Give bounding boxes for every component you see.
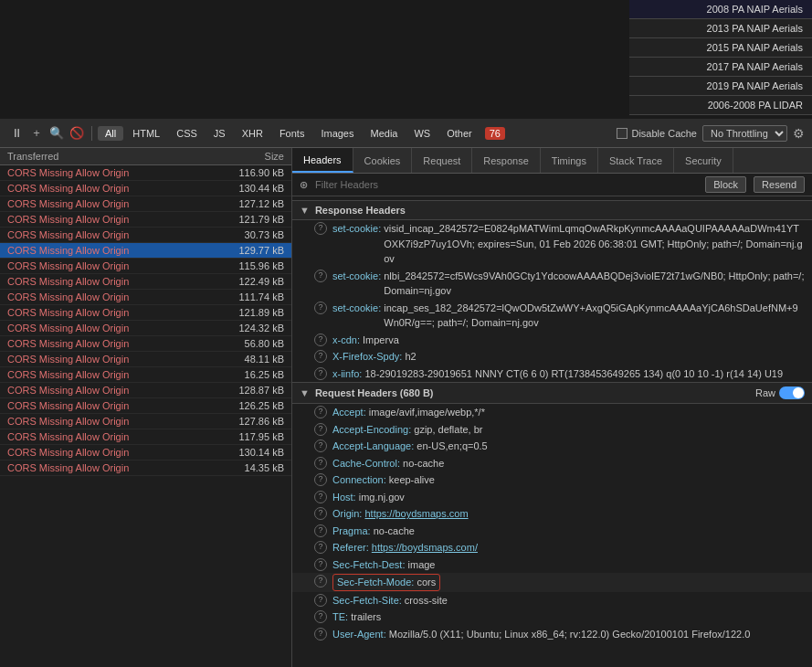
headers-content: ▼ Response Headers ? set-cookie: visid_i…	[292, 196, 812, 667]
request-item-12[interactable]: CORS Missing Allow Origin48.11 kB	[0, 352, 291, 367]
filter-headers-input[interactable]	[315, 179, 698, 190]
request-item-16[interactable]: CORS Missing Allow Origin127.86 kB	[0, 414, 291, 429]
request-list: Transferred Size CORS Missing Allow Orig…	[0, 148, 292, 667]
request-item-18[interactable]: CORS Missing Allow Origin130.14 kB	[0, 445, 291, 461]
request-item-13[interactable]: CORS Missing Allow Origin16.25 kB	[0, 367, 291, 383]
request-item-14[interactable]: CORS Missing Allow Origin128.87 kB	[0, 383, 291, 398]
request-item-11[interactable]: CORS Missing Allow Origin56.80 kB	[0, 336, 291, 352]
req-name-1: CORS Missing Allow Origin	[7, 183, 211, 194]
gear-icon[interactable]: ⚙	[793, 126, 805, 141]
request-item-10[interactable]: CORS Missing Allow Origin124.32 kB	[0, 321, 291, 336]
filter-html[interactable]: HTML	[125, 126, 167, 141]
help-icon-referer[interactable]: ?	[314, 541, 327, 554]
req-size-9: 121.89 kB	[211, 307, 284, 318]
req-name-19: CORS Missing Allow Origin	[7, 462, 211, 473]
header-row-user-agent: ? User-Agent: Mozilla/5.0 (X11; Ubuntu; …	[292, 626, 812, 643]
filter-css[interactable]: CSS	[169, 126, 205, 141]
search-icon[interactable]: 🔍	[47, 124, 66, 143]
help-icon-sec-fetch-mode[interactable]: ?	[314, 575, 327, 588]
request-item-8[interactable]: CORS Missing Allow Origin111.74 kB	[0, 290, 291, 305]
help-icon-1[interactable]: ?	[314, 222, 327, 235]
header-row-cache-control: ? Cache-Control: no-cache	[292, 455, 812, 472]
help-icon-connection[interactable]: ?	[314, 473, 327, 486]
filter-media[interactable]: Media	[363, 126, 405, 141]
map-item-5[interactable]: 2006-2008 PA LIDAR	[629, 96, 812, 115]
raw-toggle-track[interactable]	[779, 386, 805, 399]
request-item-5[interactable]: CORS Missing Allow Origin129.77 kB	[0, 243, 291, 259]
header-row-x-cdn: ? x-cdn: Imperva	[292, 332, 812, 349]
help-icon-3[interactable]: ?	[314, 302, 327, 314]
tab-response[interactable]: Response	[472, 148, 541, 173]
tab-timings[interactable]: Timings	[541, 148, 598, 173]
request-item-9[interactable]: CORS Missing Allow Origin121.89 kB	[0, 305, 291, 321]
request-headers-section[interactable]: ▼ Request Headers (680 B) Raw	[292, 382, 812, 404]
resend-button[interactable]: Resend	[754, 176, 805, 193]
raw-toggle[interactable]: Raw	[755, 386, 805, 399]
map-item-2[interactable]: 2015 PA NAIP Aerials	[629, 38, 812, 58]
help-icon-te[interactable]: ?	[314, 610, 327, 623]
request-item-17[interactable]: CORS Missing Allow Origin117.95 kB	[0, 429, 291, 445]
request-item-4[interactable]: CORS Missing Allow Origin30.73 kB	[0, 228, 291, 243]
req-name-9: CORS Missing Allow Origin	[7, 307, 211, 318]
disable-cache-label: Disable Cache	[631, 128, 697, 139]
help-icon-cache-control[interactable]: ?	[314, 457, 327, 470]
pause-icon[interactable]: ⏸	[7, 124, 26, 143]
filter-ws[interactable]: WS	[406, 126, 438, 141]
request-item-2[interactable]: CORS Missing Allow Origin127.12 kB	[0, 196, 291, 212]
tab-stack-trace[interactable]: Stack Trace	[598, 148, 674, 173]
filter-js[interactable]: JS	[206, 126, 233, 141]
help-icon-sec-fetch-site[interactable]: ?	[314, 594, 327, 607]
header-row-sec-fetch-dest: ? Sec-Fetch-Dest: image	[292, 556, 812, 574]
raw-toggle-knob	[793, 387, 804, 398]
help-icon-4[interactable]: ?	[314, 334, 327, 346]
filter-xhr[interactable]: XHR	[235, 126, 270, 141]
req-name-11: CORS Missing Allow Origin	[7, 338, 211, 349]
help-icon-host[interactable]: ?	[314, 491, 327, 503]
help-icon-accept[interactable]: ?	[314, 406, 327, 418]
help-icon-6[interactable]: ?	[314, 367, 327, 380]
request-item-0[interactable]: CORS Missing Allow Origin116.90 kB	[0, 165, 291, 181]
request-item-15[interactable]: CORS Missing Allow Origin126.25 kB	[0, 398, 291, 414]
tab-security[interactable]: Security	[674, 148, 733, 173]
help-icon-origin[interactable]: ?	[314, 507, 327, 520]
request-item-1[interactable]: CORS Missing Allow Origin130.44 kB	[0, 181, 291, 196]
filter-other[interactable]: Other	[439, 126, 480, 141]
no-entry-icon[interactable]: 🚫	[68, 124, 86, 143]
tab-headers[interactable]: Headers	[292, 148, 353, 173]
response-arrow: ▼	[300, 205, 310, 216]
tab-request[interactable]: Request	[412, 148, 472, 173]
help-icon-2[interactable]: ?	[314, 270, 327, 282]
header-row-accept-encoding: ? Accept-Encoding: gzip, deflate, br	[292, 421, 812, 439]
request-item-6[interactable]: CORS Missing Allow Origin115.96 kB	[0, 259, 291, 274]
map-item-1[interactable]: 2013 PA NAIP Aerials	[629, 19, 812, 38]
help-icon-sec-fetch-dest[interactable]: ?	[314, 558, 327, 571]
help-icon-user-agent[interactable]: ?	[314, 628, 327, 641]
map-item-4[interactable]: 2019 PA NAIP Aerials	[629, 77, 812, 96]
filter-fonts[interactable]: Fonts	[272, 126, 312, 141]
help-icon-accept-encoding[interactable]: ?	[314, 423, 327, 436]
req-name-15: CORS Missing Allow Origin	[7, 400, 211, 411]
help-icon-pragma[interactable]: ?	[314, 524, 327, 537]
request-item-3[interactable]: CORS Missing Allow Origin121.79 kB	[0, 212, 291, 228]
header-row-x-firefox-spdy: ? X-Firefox-Spdy: h2	[292, 348, 812, 365]
req-name-6: CORS Missing Allow Origin	[7, 260, 211, 271]
disable-cache-checkbox[interactable]	[617, 128, 627, 139]
req-size-14: 128.87 kB	[211, 385, 284, 396]
help-icon-5[interactable]: ?	[314, 350, 327, 363]
block-button[interactable]: Block	[705, 176, 746, 193]
request-items-container: CORS Missing Allow Origin116.90 kBCORS M…	[0, 165, 291, 476]
req-size-2: 127.12 kB	[211, 198, 284, 209]
request-item-19[interactable]: CORS Missing Allow Origin14.35 kB	[0, 461, 291, 476]
throttle-select[interactable]: No Throttling	[702, 125, 787, 142]
filter-images[interactable]: Images	[313, 126, 361, 141]
response-headers-section[interactable]: ▼ Response Headers	[292, 200, 812, 220]
req-size-18: 130.14 kB	[211, 447, 284, 458]
add-icon[interactable]: +	[27, 124, 46, 143]
help-icon-accept-language[interactable]: ?	[314, 439, 327, 452]
request-item-7[interactable]: CORS Missing Allow Origin122.49 kB	[0, 274, 291, 290]
map-item-0[interactable]: 2008 PA NAIP Aerials	[629, 0, 812, 19]
tab-cookies[interactable]: Cookies	[353, 148, 413, 173]
filter-all[interactable]: All	[98, 126, 123, 141]
header-row-pragma: ? Pragma: no-cache	[292, 523, 812, 540]
map-item-3[interactable]: 2017 PA NAIP Aerials	[629, 58, 812, 77]
